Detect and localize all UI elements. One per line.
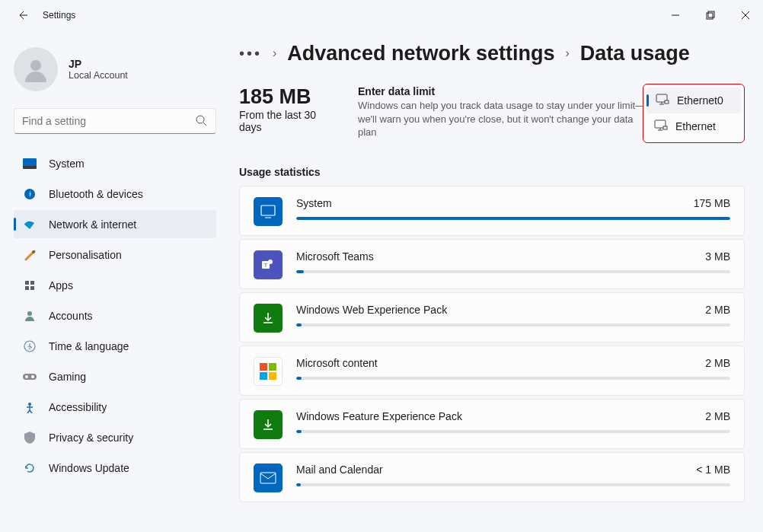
app-name: Microsoft content [296, 357, 378, 369]
sidebar-item-system[interactable]: System [14, 149, 216, 177]
sidebar-item-gaming[interactable]: Gaming [14, 362, 216, 390]
usage-statistics-heading: Usage statistics [239, 166, 745, 178]
sidebar-item-time-language[interactable]: 文Time & language [14, 332, 216, 360]
total-usage-caption: From the last 30 days [239, 109, 323, 133]
svg-point-22 [25, 375, 28, 378]
app-title: Settings [43, 10, 75, 21]
app-usage-amount: < 1 MB [696, 464, 730, 476]
sidebar-item-privacy-security[interactable]: Privacy & security [14, 423, 216, 451]
svg-point-13 [32, 250, 35, 253]
usage-row[interactable]: TMicrosoft Teams3 MB [239, 239, 745, 289]
svg-rect-46 [269, 372, 276, 380]
usage-row[interactable]: Windows Feature Experience Pack2 MB [239, 399, 745, 449]
svg-rect-17 [30, 286, 34, 290]
sidebar-item-label: Network & internet [49, 218, 136, 231]
svg-point-23 [31, 375, 34, 378]
nav-icon [23, 309, 37, 323]
profile-name: JP [69, 58, 128, 70]
usage-bar [296, 377, 730, 380]
data-limit-description: Windows can help you track data usage to… [358, 99, 646, 139]
adapter-option-ethernet[interactable]: Ethernet [646, 113, 741, 139]
minimize-button[interactable] [658, 3, 693, 27]
svg-rect-32 [665, 100, 669, 104]
sidebar-item-label: Time & language [49, 340, 129, 352]
close-button[interactable] [728, 3, 763, 27]
nav-icon [23, 157, 37, 170]
usage-bar [296, 483, 730, 486]
usage-row[interactable]: Microsoft content2 MB [239, 346, 745, 396]
sidebar-item-label: System [49, 158, 85, 170]
sidebar-item-bluetooth-devices[interactable]: ᚼBluetooth & devices [14, 180, 216, 208]
chevron-right-icon: › [565, 46, 569, 60]
nav-icon [23, 248, 37, 262]
sidebar-item-windows-update[interactable]: Windows Update [14, 454, 216, 482]
svg-text:T: T [264, 262, 268, 269]
svg-rect-48 [260, 473, 276, 483]
usage-row[interactable]: Mail and Calendar< 1 MB [239, 452, 745, 502]
svg-rect-37 [261, 205, 275, 215]
usage-bar [296, 323, 730, 327]
app-usage-amount: 2 MB [705, 357, 730, 369]
svg-rect-44 [269, 363, 276, 371]
profile-block[interactable]: JP Local Account [14, 47, 216, 91]
maximize-button[interactable] [693, 3, 728, 27]
svg-point-24 [28, 403, 31, 406]
svg-text:文: 文 [27, 345, 32, 350]
sidebar-item-label: Bluetooth & devices [49, 188, 143, 200]
profile-type: Local Account [69, 70, 128, 81]
sidebar-item-label: Personalisation [49, 249, 122, 261]
sidebar-item-label: Gaming [49, 371, 86, 383]
usage-row[interactable]: Windows Web Experience Pack2 MB [239, 292, 745, 342]
app-name: Microsoft Teams [296, 250, 374, 263]
nav-icon [23, 400, 37, 414]
usage-row[interactable]: System175 MB [239, 186, 745, 236]
breadcrumb: ••• › Advanced network settings › Data u… [239, 38, 745, 68]
sidebar-item-accessibility[interactable]: Accessibility [14, 393, 216, 421]
svg-rect-14 [25, 281, 29, 285]
breadcrumb-overflow-button[interactable]: ••• [239, 45, 262, 62]
nav-icon [23, 461, 37, 475]
total-usage-value: 185 MB [239, 85, 338, 109]
usage-bar [296, 430, 730, 433]
svg-point-6 [196, 116, 204, 123]
usage-bar [296, 217, 730, 220]
adapter-option-ethernet0[interactable]: Ethernet0 [646, 88, 741, 113]
sidebar-item-personalisation[interactable]: Personalisation [14, 241, 216, 269]
sidebar-item-apps[interactable]: Apps [14, 271, 216, 299]
adapter-label: Ethernet0 [677, 94, 723, 107]
avatar [14, 47, 58, 91]
nav-icon: 文 [23, 339, 37, 353]
sidebar-item-label: Accounts [49, 310, 93, 322]
svg-line-7 [203, 123, 206, 126]
svg-text:ᚼ: ᚼ [28, 190, 32, 198]
sidebar-item-accounts[interactable]: Accounts [14, 301, 216, 330]
sidebar-item-network-internet[interactable]: Network & internet [14, 210, 216, 238]
svg-rect-16 [25, 286, 29, 290]
app-name: Mail and Calendar [296, 464, 383, 476]
breadcrumb-advanced-network[interactable]: Advanced network settings [287, 42, 554, 65]
app-name: System [296, 197, 332, 209]
search-icon [196, 115, 207, 129]
svg-rect-15 [30, 281, 34, 285]
app-usage-amount: 2 MB [705, 304, 730, 316]
usage-bar [296, 270, 730, 273]
data-limit-title: Enter data limit [358, 85, 646, 97]
svg-rect-21 [23, 374, 37, 380]
nav-icon [23, 431, 37, 444]
svg-point-18 [27, 311, 32, 316]
nav-icon [23, 279, 37, 292]
svg-rect-1 [707, 13, 713, 19]
sidebar-item-label: Apps [49, 279, 73, 291]
back-button[interactable] [15, 8, 29, 22]
search-input[interactable] [14, 108, 216, 134]
adapter-label: Ethernet [675, 120, 716, 132]
adapter-dropdown[interactable]: Ethernet0Ethernet [643, 84, 745, 143]
nav-icon [23, 218, 37, 231]
app-name: Windows Web Experience Pack [296, 304, 447, 316]
monitor-icon [656, 94, 669, 108]
enter-data-limit-button[interactable]: Enter data limit Windows can help you tr… [358, 85, 646, 140]
app-name: Windows Feature Experience Pack [296, 410, 462, 422]
app-usage-amount: 2 MB [705, 410, 730, 422]
nav-icon: ᚼ [23, 187, 37, 201]
sidebar-item-label: Windows Update [49, 462, 129, 474]
